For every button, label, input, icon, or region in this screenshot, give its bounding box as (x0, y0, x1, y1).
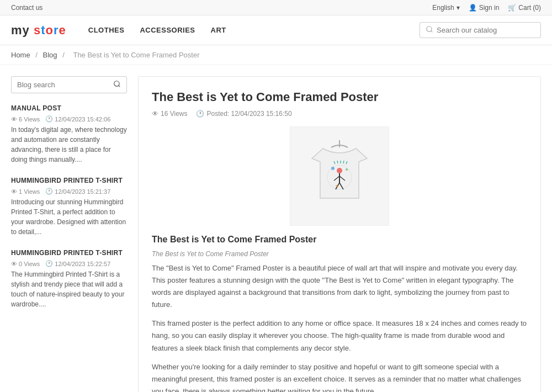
breadcrumb: Home / Blog / The Best is Yet to Come Fr… (0, 45, 552, 65)
sidebar-post-2: HUMMINGBIRD PRINTED T-SHIRT 👁 1 Views 🕐 … (11, 177, 127, 237)
svg-point-0 (427, 27, 432, 31)
breadcrumb-current: The Best is Yet to Come Framed Poster (73, 51, 199, 59)
sidebar-post-1-title[interactable]: MANUAL POST (11, 104, 127, 112)
header-left: my store CLOTHES ACCESSORIES ART (11, 23, 226, 38)
svg-point-6 (337, 168, 342, 173)
svg-point-14 (336, 185, 338, 187)
sidebar-post-1: MANUAL POST 👁 6 Views 🕐 12/04/2023 15:42… (11, 104, 127, 165)
header: my store CLOTHES ACCESSORIES ART (0, 15, 552, 45)
article-image-container (152, 126, 527, 226)
language-label: English (432, 4, 454, 12)
svg-line-3 (119, 86, 120, 87)
article: The Best is Yet to Come Framed Poster 👁 … (138, 76, 541, 392)
clock-icon: 🕐 (45, 188, 53, 195)
sidebar-post-3-title[interactable]: HUMMINGBIRD PRINTED T-SHIRT (11, 249, 127, 257)
language-arrow: ▾ (457, 4, 460, 12)
search-icon (426, 25, 433, 35)
sidebar-post-3: HUMMINGBIRD PRINTED T-SHIRT 👁 0 Views 🕐 … (11, 249, 127, 309)
article-body: The "Best is Yet to Come" Framed Poster … (152, 262, 527, 392)
contact-us[interactable]: Contact us (11, 4, 43, 12)
catalog-search-box[interactable] (420, 22, 541, 38)
clock-icon: 🕐 (45, 115, 53, 123)
svg-line-18 (343, 161, 344, 163)
article-views: 👁 16 Views (152, 110, 187, 118)
main-nav: CLOTHES ACCESSORIES ART (88, 26, 226, 34)
sidebar-post-2-date: 🕐 12/04/2023 15:21:37 (45, 188, 110, 195)
top-bar: Contact us English ▾ 👤 Sign in 🛒 Cart (0… (0, 0, 552, 15)
cart-icon: 🛒 (508, 4, 516, 12)
nav-accessories[interactable]: ACCESSORIES (140, 26, 195, 34)
article-paragraph-2: This framed poster is the perfect additi… (152, 317, 527, 354)
logo[interactable]: my store (11, 23, 66, 38)
svg-line-16 (337, 161, 338, 163)
sidebar-post-3-meta: 👁 0 Views 🕐 12/04/2023 15:22:57 (11, 260, 127, 267)
logo-text: my store (11, 23, 66, 37)
eye-icon: 👁 (11, 116, 17, 123)
svg-point-2 (114, 81, 119, 86)
nav-art[interactable]: ART (211, 26, 226, 34)
sidebar-post-2-meta: 👁 1 Views 🕐 12/04/2023 15:21:37 (11, 188, 127, 195)
sidebar-post-2-excerpt: Introducing our stunning Hummingbird Pri… (11, 197, 127, 237)
svg-point-13 (346, 168, 348, 171)
sidebar-post-1-excerpt: In today's digital age, where technology… (11, 125, 127, 165)
sidebar: MANUAL POST 👁 6 Views 🕐 12/04/2023 15:42… (11, 76, 127, 392)
article-subtitle: The Best is Yet to Come Framed Poster (152, 235, 527, 245)
svg-line-1 (431, 31, 433, 33)
article-paragraph-3: Whether you're looking for a daily remin… (152, 361, 527, 392)
contact-label: Contact us (11, 4, 43, 12)
sidebar-post-1-meta: 👁 6 Views 🕐 12/04/2023 15:42:06 (11, 115, 127, 123)
blog-search-box[interactable] (11, 76, 127, 93)
sidebar-post-2-title[interactable]: HUMMINGBIRD PRINTED T-SHIRT (11, 177, 127, 184)
sidebar-post-1-date: 🕐 12/04/2023 15:42:06 (45, 115, 110, 123)
breadcrumb-sep1: / (35, 51, 39, 59)
user-icon: 👤 (469, 4, 477, 12)
clock-icon: 🕐 (45, 260, 53, 267)
article-img-placeholder-text: The Best is Yet to Come Framed Poster (152, 250, 527, 258)
sidebar-post-2-views: 👁 1 Views (11, 188, 40, 195)
eye-icon: 👁 (11, 261, 17, 267)
article-meta: 👁 16 Views 🕐 Posted: 12/04/2023 15:16:50 (152, 110, 527, 118)
article-posted: 🕐 Posted: 12/04/2023 15:16:50 (196, 110, 291, 118)
main-content: MANUAL POST 👁 6 Views 🕐 12/04/2023 15:42… (0, 65, 552, 392)
clock-icon: 🕐 (196, 110, 204, 118)
sidebar-post-3-excerpt: The Hummingbird Printed T-Shirt is a sty… (11, 269, 127, 309)
cart-link[interactable]: 🛒 Cart (0) (508, 4, 541, 12)
article-title: The Best is Yet to Come Framed Poster (152, 90, 527, 104)
breadcrumb-home[interactable]: Home (11, 51, 30, 59)
article-product-image (290, 126, 389, 226)
breadcrumb-sep2: / (62, 51, 66, 59)
language-selector[interactable]: English ▾ (432, 4, 459, 12)
search-input[interactable] (437, 26, 535, 34)
article-paragraph-1: The "Best is Yet to Come" Framed Poster … (152, 262, 527, 311)
sidebar-post-3-views: 👁 0 Views (11, 261, 40, 267)
top-bar-right: English ▾ 👤 Sign in 🛒 Cart (0) (432, 4, 541, 12)
sign-in-link[interactable]: 👤 Sign in (469, 4, 500, 12)
blog-search-input[interactable] (17, 81, 110, 89)
blog-search-icon[interactable] (113, 80, 121, 89)
svg-point-12 (331, 167, 335, 170)
signin-label: Sign in (479, 4, 500, 12)
eye-icon: 👁 (11, 188, 17, 195)
nav-clothes[interactable]: CLOTHES (88, 26, 125, 34)
tshirt-svg (306, 137, 373, 215)
sidebar-post-1-views: 👁 6 Views (11, 116, 40, 123)
eye-icon: 👁 (152, 110, 158, 118)
sidebar-post-3-date: 🕐 12/04/2023 15:22:57 (45, 260, 110, 267)
breadcrumb-blog[interactable]: Blog (43, 51, 57, 59)
cart-label: Cart (0) (518, 4, 541, 12)
